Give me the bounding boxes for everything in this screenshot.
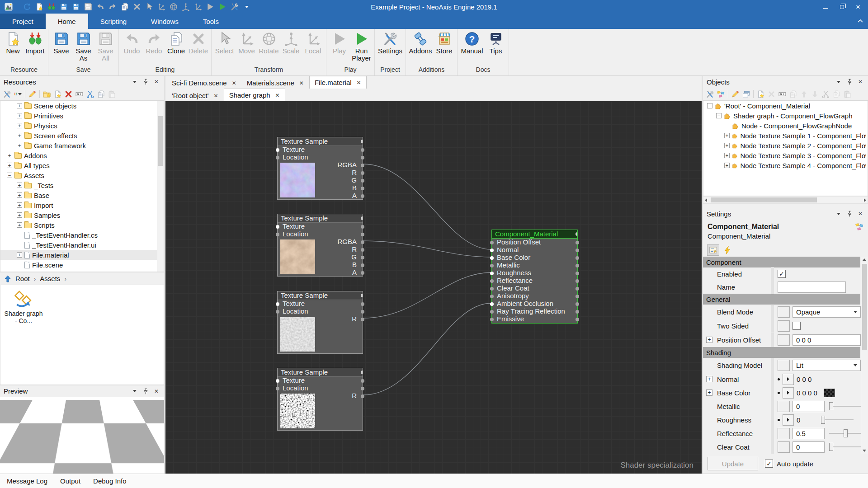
tab-materials-scene[interactable]: Materials.scene✕ <box>242 77 309 89</box>
expander-icon[interactable] <box>17 212 22 218</box>
vertical-scrollbar[interactable] <box>157 101 164 272</box>
default-indicator[interactable] <box>778 441 790 453</box>
metallic-field[interactable]: 0 <box>793 401 825 412</box>
pin-icon[interactable] <box>142 78 150 85</box>
port-dot[interactable] <box>576 302 579 306</box>
rename-icon[interactable] <box>75 90 83 98</box>
port-dot[interactable] <box>576 256 579 260</box>
input-port-dot[interactable] <box>276 233 279 236</box>
pin-icon[interactable] <box>845 210 854 217</box>
tree-item[interactable]: Node Texture Sample 3 - Component_FlowGr… <box>703 150 868 160</box>
texture-sample-node-3[interactable]: Texture Sample Texture Location R <box>277 291 363 354</box>
port-dot[interactable] <box>361 310 364 314</box>
new-file-icon[interactable] <box>35 3 43 11</box>
expander-icon[interactable] <box>724 133 730 138</box>
output-port-dot[interactable] <box>361 240 364 244</box>
close-icon[interactable]: ✕ <box>275 93 280 98</box>
port-dot[interactable] <box>576 249 579 252</box>
port-dot[interactable] <box>576 241 579 244</box>
input-port-dot[interactable] <box>490 272 494 275</box>
delete-icon[interactable] <box>65 90 72 98</box>
tab-output[interactable]: Output <box>60 477 80 485</box>
expand-icon[interactable]: + <box>706 389 712 396</box>
up-level-icon[interactable] <box>4 275 11 282</box>
breadcrumb-item-root[interactable]: Root <box>15 275 30 282</box>
group-header-component[interactable]: Component <box>703 257 860 267</box>
scroll-up-icon[interactable] <box>863 258 866 261</box>
input-port-dot[interactable] <box>490 241 494 244</box>
options-tools-icon[interactable] <box>3 90 11 98</box>
run-player-icon[interactable] <box>218 3 226 11</box>
tree-item[interactable]: Samples <box>0 210 164 220</box>
expander-icon[interactable] <box>17 202 22 208</box>
input-port-dot[interactable] <box>490 295 494 298</box>
save-button[interactable]: Save <box>50 30 72 55</box>
new-folder-icon[interactable] <box>43 90 51 98</box>
shading-model-dropdown[interactable]: Lit <box>793 360 861 371</box>
roughness-slider[interactable] <box>821 415 854 424</box>
asset-list-view[interactable]: Shader graph - Co... <box>0 285 164 385</box>
input-port-dot[interactable] <box>276 225 279 229</box>
tab-shader-graph[interactable]: Shader graph✕ <box>224 89 285 101</box>
resources-tree[interactable]: Scene objects Primitives Physics Screen … <box>0 100 164 272</box>
input-port-dot[interactable] <box>490 302 494 306</box>
port-dot[interactable] <box>361 225 364 229</box>
tab-message-log[interactable]: Message Log <box>7 477 47 485</box>
output-port-dot[interactable] <box>361 394 364 398</box>
port-dot[interactable] <box>576 279 579 283</box>
save-icon[interactable] <box>60 3 68 11</box>
panel-splitter[interactable] <box>703 204 868 208</box>
shader-graph-canvas[interactable]: Texture Sample Texture Location RGBA R G… <box>165 101 702 474</box>
auto-update-option[interactable]: ✓ Auto update <box>765 460 813 468</box>
expander-icon[interactable] <box>17 222 22 228</box>
input-port-dot[interactable] <box>490 279 494 283</box>
output-port-dot[interactable] <box>361 271 364 275</box>
clone-button[interactable]: Clone <box>165 30 187 55</box>
breadcrumb-item-assets[interactable]: Assets <box>40 275 60 282</box>
options-tools-icon[interactable] <box>706 90 714 98</box>
output-port-dot[interactable] <box>361 171 364 175</box>
input-port-dot[interactable] <box>490 256 494 260</box>
output-port-dot[interactable] <box>361 318 364 321</box>
tree-item[interactable]: Addons <box>0 150 164 160</box>
tree-item[interactable]: Screen effects <box>0 131 164 141</box>
port-dot[interactable] <box>361 294 363 297</box>
output-port-dot[interactable] <box>361 187 364 190</box>
flowgraph-icon[interactable] <box>855 223 863 231</box>
goto-connection-button[interactable] <box>783 387 794 399</box>
color-swatch[interactable] <box>824 389 835 397</box>
tree-item[interactable]: Scene objects <box>0 101 164 111</box>
expand-icon[interactable]: + <box>706 337 712 343</box>
port-dot[interactable] <box>576 232 577 236</box>
tree-item[interactable]: Primitives <box>0 111 164 121</box>
port-dot[interactable] <box>576 287 579 291</box>
port-dot[interactable] <box>576 295 579 298</box>
menu-tab-home[interactable]: Home <box>46 14 88 29</box>
run-player-button[interactable]: Run Player <box>350 30 373 62</box>
enabled-checkbox[interactable]: ✓ <box>778 270 786 278</box>
tree-item[interactable]: Node Texture Sample 1 - Component_FlowGr… <box>703 131 868 141</box>
tree-item[interactable]: Shader graph - Component_FlowGraph <box>703 111 868 121</box>
tree-item[interactable]: All types <box>0 160 164 170</box>
expander-icon[interactable] <box>17 113 22 118</box>
addons-button[interactable]: Addons <box>408 30 433 55</box>
close-icon[interactable]: ✕ <box>357 80 361 85</box>
tree-item[interactable]: Node Texture Sample 2 - Component_FlowGr… <box>703 141 868 150</box>
port-dot[interactable] <box>361 216 363 220</box>
port-dot[interactable] <box>361 371 363 374</box>
expand-icon[interactable]: + <box>706 376 712 382</box>
tree-item[interactable]: Assets <box>0 170 164 180</box>
manual-button[interactable]: Manual <box>459 30 485 55</box>
tree-item[interactable]: Scripts <box>0 220 164 230</box>
tree-item[interactable]: Import <box>0 200 164 210</box>
expander-icon[interactable] <box>17 103 22 108</box>
output-port-dot[interactable] <box>361 179 364 183</box>
cut-icon[interactable] <box>86 90 94 98</box>
scroll-left-icon[interactable] <box>705 198 707 202</box>
expander-icon[interactable] <box>17 183 22 188</box>
port-dot[interactable] <box>576 318 579 321</box>
port-dot[interactable] <box>361 302 364 306</box>
new-resource-icon[interactable] <box>54 90 61 98</box>
edit-pencil-icon[interactable] <box>731 90 739 98</box>
input-port-dot[interactable] <box>276 310 279 314</box>
